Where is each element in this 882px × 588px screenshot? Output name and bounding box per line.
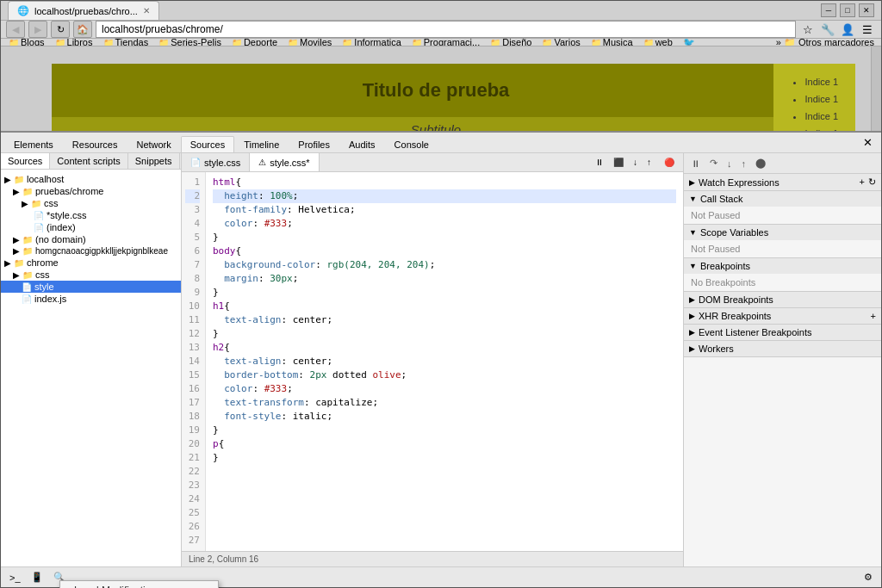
tree-item-pruebas[interactable]: ▶ 📁 pruebas/chrome — [1, 185, 181, 197]
code-line-5: color: #333; — [213, 217, 676, 231]
browser-tab[interactable]: 🌐 localhost/pruebas/chro... ✕ — [8, 1, 159, 20]
watch-expressions-header[interactable]: ▶ Watch Expressions + ↻ — [684, 174, 881, 190]
scope-variables-header[interactable]: ▼ Scope Variables — [684, 225, 881, 240]
tree-item-chrome-css[interactable]: ▶ 📁 css — [1, 269, 181, 281]
tab-console[interactable]: Console — [385, 136, 438, 152]
rp-pause-btn[interactable]: ⏸ — [687, 158, 704, 170]
tree-item-indexjs[interactable]: 📄 index.js — [1, 293, 181, 305]
nav-icons: ☆ 🔧 👤 ☰ — [799, 21, 876, 38]
call-stack-header[interactable]: ▼ Call Stack — [684, 191, 881, 207]
bookmark-deporte[interactable]: 📁Deporte — [227, 39, 282, 46]
devtools-close-btn[interactable]: ✕ — [858, 134, 878, 151]
code-tab-style[interactable]: 📄 style.css — [182, 153, 250, 171]
tab-resources[interactable]: Resources — [63, 136, 127, 152]
settings-btn[interactable]: ⚙ — [860, 571, 876, 584]
tree-item-localhost[interactable]: ▶ 📁 localhost — [1, 173, 181, 185]
step-in-btn[interactable]: ↓ — [630, 157, 641, 168]
user-icon[interactable]: 👤 — [839, 21, 856, 38]
pause-btn[interactable]: ⏸ — [592, 157, 607, 168]
chrome-menu-icon[interactable]: ☰ — [859, 21, 876, 38]
tree-item-extension[interactable]: ▶ 📁 homgcnaoacgigpkklljjekpignblkeae — [1, 245, 181, 257]
webpage-area: Titulo de prueba Subtitulo Lorem ipsum a… — [1, 46, 881, 131]
bookmark-libros[interactable]: 📁Libros — [51, 39, 97, 46]
webpage-scrollbar[interactable] — [871, 46, 881, 131]
page-title: Titulo de prueba — [363, 79, 510, 102]
bookmark-series[interactable]: 📁Series-Pelis — [154, 39, 226, 46]
star-icon[interactable]: ☆ — [799, 21, 817, 38]
forward-btn[interactable]: ▶ — [28, 21, 47, 38]
rp-deactivate-btn[interactable]: ⬤ — [752, 157, 769, 170]
tree-item-css[interactable]: ▶ 📁 css — [1, 197, 181, 209]
reload-btn[interactable]: ↻ — [51, 21, 70, 38]
bookmark-moviles[interactable]: 📁Moviles — [283, 39, 336, 46]
event-listener-breakpoints-header[interactable]: ▶ Event Listener Breakpoints — [684, 325, 881, 340]
bookmarks-more-btn[interactable]: » 📁 Otros marcadores — [773, 39, 878, 46]
event-listener-breakpoints-section: ▶ Event Listener Breakpoints — [684, 325, 881, 341]
rp-step-in-btn[interactable]: ↓ — [724, 158, 736, 170]
bookmark-musica[interactable]: 📁Musica — [587, 39, 637, 46]
refresh-watch-btn[interactable]: ↻ — [868, 176, 876, 188]
bookmark-twitter[interactable]: 🐦 — [679, 39, 699, 46]
lp-tab-snippets[interactable]: Snippets — [128, 153, 180, 169]
file-icon: 📄 — [22, 294, 32, 304]
file-icon: 📄 — [22, 282, 32, 292]
folder-icon: ▶ — [22, 199, 28, 208]
code-line-25: p{ — [213, 437, 676, 451]
bookmark-tiendas[interactable]: 📁Tiendas — [99, 39, 153, 46]
scope-variables-section: ▼ Scope Variables Not Paused — [684, 225, 881, 258]
webpage-content: Titulo de prueba Subtitulo Lorem ipsum a… — [1, 46, 871, 131]
dom-breakpoints-header[interactable]: ▶ DOM Breakpoints — [684, 292, 881, 307]
workers-header[interactable]: ▶ Workers — [684, 341, 881, 356]
bookmark-blogs[interactable]: 📁Blogs — [4, 39, 49, 46]
tab-elements[interactable]: Elements — [4, 136, 63, 152]
tab-title: localhost/pruebas/chro... — [34, 6, 138, 16]
step-over-btn[interactable]: ⬛ — [610, 157, 627, 168]
tab-timeline[interactable]: Timeline — [234, 136, 289, 152]
tab-profiles[interactable]: Profiles — [289, 136, 339, 152]
tree-item-style-css[interactable]: 📄 *style.css — [1, 209, 181, 221]
lp-tab-sources[interactable]: Sources — [1, 153, 50, 169]
xhr-breakpoints-section: ▶ XHR Breakpoints + — [684, 308, 881, 325]
extensions-icon[interactable]: 🔧 — [819, 21, 836, 38]
bookmark-diseno[interactable]: 📁Diseño — [486, 39, 536, 46]
collapse-icon: ▶ — [689, 328, 695, 337]
bookmark-varios[interactable]: 📁Varios — [537, 39, 584, 46]
code-line-16: h2{ — [213, 341, 676, 355]
code-line-27: } — [213, 451, 676, 465]
tab-close-btn[interactable]: ✕ — [143, 6, 150, 15]
maximize-btn[interactable]: □ — [840, 3, 855, 17]
rp-step-over-btn[interactable]: ↷ — [706, 157, 721, 170]
back-btn[interactable]: ◀ — [6, 21, 25, 38]
xhr-breakpoints-header[interactable]: ▶ XHR Breakpoints + — [684, 308, 881, 324]
code-editor[interactable]: 1 2 3 4 5 6 7 8 9 10 11 12 13 14 — [182, 172, 683, 551]
close-btn[interactable]: ✕ — [859, 3, 874, 17]
bookmark-informatica[interactable]: 📁Informatica — [338, 39, 405, 46]
add-watch-btn[interactable]: + — [860, 176, 865, 188]
rp-step-out-btn[interactable]: ↑ — [738, 158, 750, 170]
code-tab-style-modified[interactable]: ⚠ style.css* — [250, 153, 319, 171]
file-tree: ▶ 📁 localhost ▶ 📁 pruebas/chrome ▶ — [1, 170, 181, 566]
tree-item-index[interactable]: 📄 (index) — [1, 221, 181, 233]
tab-audits[interactable]: Audits — [339, 136, 385, 152]
bookmark-web[interactable]: 📁web — [639, 39, 677, 46]
tree-item-chrome[interactable]: ▶ 📁 chrome — [1, 257, 181, 269]
devtools-right-panel: ⏸ ↷ ↓ ↑ ⬤ ▶ Watch Expressions + ↻ — [683, 153, 881, 566]
tab-network[interactable]: Network — [127, 136, 180, 152]
folder-img-icon: 📁 — [22, 270, 33, 280]
emulation-btn[interactable]: 📱 — [28, 571, 47, 584]
tree-item-no-domain[interactable]: ▶ 📁 (no domain) — [1, 233, 181, 245]
lp-tab-content-scripts[interactable]: Content scripts — [50, 153, 127, 169]
breakpoints-content: No Breakpoints — [684, 274, 881, 291]
deactivate-btn[interactable]: 🔴 — [661, 157, 678, 168]
tab-sources[interactable]: Sources — [181, 136, 234, 152]
address-bar[interactable]: localhost/pruebas/chrome/ — [96, 21, 796, 38]
add-xhr-btn[interactable]: + — [871, 311, 876, 321]
step-out-btn[interactable]: ↑ — [643, 157, 655, 168]
breakpoints-header[interactable]: ▼ Breakpoints — [684, 258, 881, 274]
bookmark-programaci[interactable]: 📁Programaci... — [407, 39, 484, 46]
console-btn[interactable]: >_ — [6, 572, 24, 584]
home-btn[interactable]: 🏠 — [73, 21, 92, 38]
tree-item-style-selected[interactable]: 📄 style — [1, 281, 181, 293]
minimize-btn[interactable]: ─ — [821, 3, 836, 17]
file-icon: 📄 — [34, 223, 44, 232]
